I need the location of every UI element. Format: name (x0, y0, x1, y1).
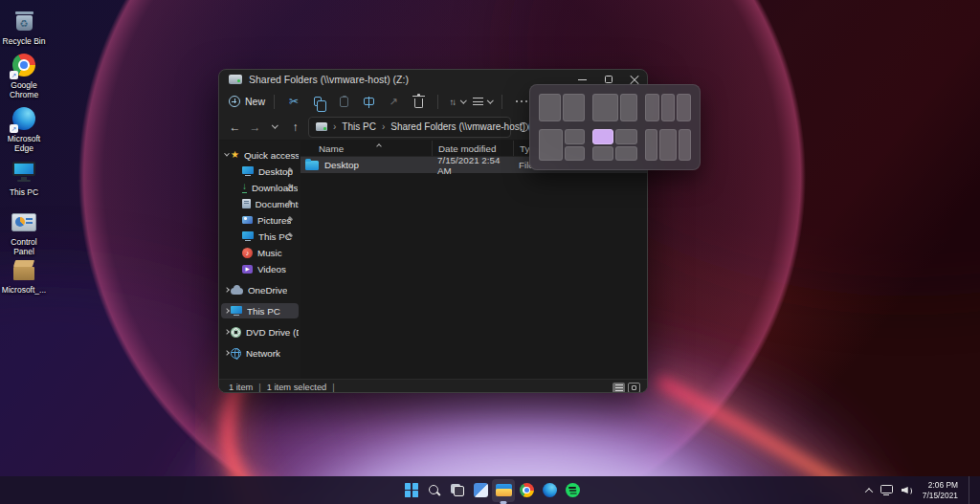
desktop: ♻ Recycle Bin ↗ Google Chrome ↗ Microsof… (0, 0, 980, 504)
share-button[interactable]: ↗ (383, 91, 404, 112)
toolbar-divider (274, 95, 275, 109)
snap-zone-highlighted[interactable] (592, 129, 614, 144)
back-button[interactable]: ← (225, 117, 245, 138)
nav-item-music[interactable]: ♪ Music (221, 245, 299, 260)
status-separator: | (332, 383, 334, 392)
snap-zone[interactable] (661, 94, 676, 121)
widgets-button[interactable] (469, 479, 492, 502)
this-pc-icon (11, 162, 36, 183)
snap-zone[interactable] (677, 94, 691, 121)
details-view-toggle[interactable] (612, 383, 625, 393)
snap-zone[interactable] (620, 94, 637, 121)
nav-item-videos[interactable]: ▶ Videos (221, 261, 299, 276)
column-header-name[interactable]: Name (301, 143, 432, 154)
folder-icon (496, 484, 512, 496)
pin-icon (286, 185, 294, 192)
nav-item-downloads[interactable]: ↓ Downloads (221, 180, 299, 195)
plus-circle-icon (229, 96, 240, 107)
snap-zone[interactable] (539, 129, 563, 161)
collapse-chevron-icon[interactable] (224, 329, 230, 335)
pin-icon (286, 217, 294, 225)
music-note-icon: ♪ (242, 248, 253, 258)
chevron-down-icon (272, 122, 278, 128)
file-date-modified: 7/15/2021 2:54 AM (432, 155, 513, 176)
clock-date: 7/15/2021 (923, 491, 958, 501)
snap-zone[interactable] (539, 94, 561, 121)
sort-button[interactable]: ↑↓ (447, 91, 468, 112)
nav-item-onedrive[interactable]: OneDrive (221, 282, 299, 297)
nav-item-this-pc-pinned[interactable]: This PC (221, 229, 299, 244)
nav-item-network[interactable]: Network (221, 345, 299, 361)
star-icon: ★ (231, 150, 239, 160)
status-bar: 1 item | 1 item selected | (219, 379, 647, 393)
column-label: Name (319, 143, 344, 154)
desktop-icon-recycle-bin[interactable]: ♻ Recycle Bin (2, 8, 46, 46)
navigation-pane: ★ Quick access Desktop ↓ Downloads Docum… (219, 141, 301, 379)
spotify-button[interactable] (561, 479, 584, 502)
network-drive-icon (229, 75, 242, 84)
snap-layout-left-plus-stack (539, 129, 585, 161)
column-header-date-modified[interactable]: Date modified (432, 141, 513, 156)
network-icon[interactable] (880, 485, 893, 493)
snap-zone[interactable] (592, 146, 614, 162)
snap-zone[interactable] (659, 129, 677, 161)
desktop-icon-this-pc[interactable]: This PC (2, 159, 46, 197)
edge-button[interactable] (538, 479, 561, 502)
chrome-button[interactable] (515, 479, 538, 502)
nav-item-this-pc[interactable]: This PC (221, 303, 299, 318)
snap-zone[interactable] (645, 129, 657, 161)
scissors-icon: ✂ (289, 96, 299, 107)
taskbar: 2:06 PM 7/15/2021 (0, 476, 980, 504)
view-button[interactable] (472, 91, 493, 112)
desktop-icon-microsoft-box[interactable]: Microsoft_... (2, 256, 46, 295)
desktop-icon-microsoft-edge[interactable]: ↗ Microsoft Edge (2, 105, 46, 153)
collapse-chevron-icon[interactable] (224, 350, 230, 356)
nav-item-documents[interactable]: Documents (221, 196, 299, 211)
desktop-icon-google-chrome[interactable]: ↗ Google Chrome (2, 52, 46, 99)
nav-item-dvd-drive[interactable]: DVD Drive (D:) 22000 (221, 324, 299, 340)
document-icon (242, 199, 251, 209)
recent-locations-button[interactable] (265, 117, 285, 138)
task-view-icon (451, 484, 464, 496)
system-tray: 2:06 PM 7/15/2021 (866, 476, 976, 504)
cut-button[interactable]: ✂ (283, 91, 304, 112)
snap-zone[interactable] (645, 94, 659, 121)
snap-zone[interactable] (592, 94, 618, 121)
breadcrumb-this-pc[interactable]: This PC (342, 121, 376, 132)
snap-zone[interactable] (679, 129, 691, 161)
thumbnail-view-toggle[interactable] (628, 383, 640, 393)
volume-icon[interactable] (902, 485, 914, 495)
snap-zone[interactable] (615, 129, 637, 144)
new-button-label: New (245, 96, 265, 107)
taskbar-clock[interactable]: 2:06 PM 7/15/2021 (923, 480, 958, 501)
snap-layout-three-columns (645, 94, 691, 121)
nav-item-quick-access[interactable]: ★ Quick access (221, 147, 299, 163)
expand-chevron-icon[interactable] (224, 151, 230, 157)
nav-item-desktop[interactable]: Desktop (221, 164, 299, 179)
desktop-icon-control-panel[interactable]: Control Panel (2, 208, 46, 256)
nav-label: Videos (257, 264, 286, 274)
start-button[interactable] (400, 479, 423, 502)
toolbar-divider (437, 95, 438, 109)
show-desktop-button[interactable] (969, 476, 972, 504)
copy-button[interactable] (308, 91, 329, 112)
refresh-icon[interactable] (519, 122, 528, 132)
delete-button[interactable] (408, 91, 429, 112)
paste-button[interactable] (333, 91, 354, 112)
snap-zone[interactable] (565, 146, 585, 162)
collapse-chevron-icon[interactable] (224, 308, 230, 314)
task-view-button[interactable] (446, 479, 469, 502)
new-button[interactable]: New (229, 91, 265, 112)
file-explorer-button[interactable] (492, 479, 515, 502)
snap-zone[interactable] (563, 94, 585, 121)
collapse-chevron-icon[interactable] (224, 287, 230, 293)
snap-zone[interactable] (615, 146, 637, 162)
rename-button[interactable] (358, 91, 379, 112)
search-button[interactable] (423, 479, 446, 502)
hidden-icons-chevron-icon[interactable] (864, 488, 872, 495)
forward-button[interactable]: → (245, 117, 265, 138)
up-button[interactable]: ↑ (285, 117, 305, 138)
nav-item-pictures[interactable]: Pictures (221, 212, 299, 228)
snap-zone[interactable] (565, 129, 585, 144)
address-field[interactable]: › This PC › Shared Folders (\\vmware-hos… (308, 117, 511, 138)
